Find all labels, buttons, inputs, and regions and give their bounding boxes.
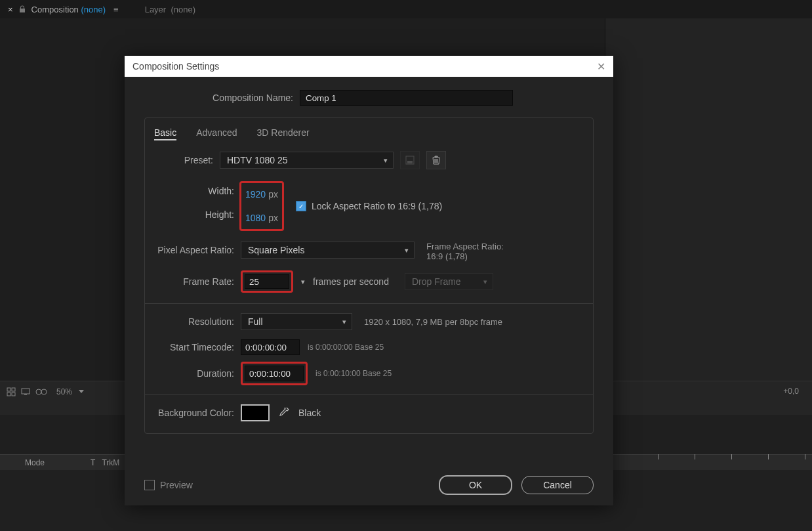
composition-name-label: Composition Name: (144, 93, 300, 103)
pixel-aspect-select[interactable]: Square Pixels ▾ (241, 242, 415, 259)
duration-highlight (241, 362, 308, 385)
svg-point-7 (41, 389, 47, 394)
dialog-titlebar[interactable]: Composition Settings ✕ (125, 56, 613, 77)
composition-tab-label: Composition (31, 5, 79, 14)
height-input[interactable]: 1080 (245, 213, 266, 223)
chevron-down-icon: ▾ (384, 156, 388, 165)
frame-aspect-info: Frame Aspect Ratio: 16:9 (1,78) (426, 242, 504, 261)
preset-label: Preset: (154, 155, 220, 165)
start-timecode-info: is 0:00:00:00 Base 25 (308, 343, 384, 352)
zoom-percent[interactable]: 50% (56, 387, 72, 396)
resolution-info: 1920 x 1080, 7,9 MB per 8bpc frame (364, 317, 502, 327)
height-unit: px (268, 213, 278, 223)
resolution-value: Full (248, 316, 263, 327)
right-panel (605, 18, 812, 386)
offset-value[interactable]: +0,0 (783, 387, 799, 396)
eyedropper-icon[interactable] (279, 408, 289, 418)
width-label: Width: (154, 182, 234, 200)
resolution-label: Resolution: (154, 316, 241, 327)
preset-value: HDTV 1080 25 (227, 155, 288, 165)
resolution-select[interactable]: Full ▾ (241, 313, 352, 330)
preset-select[interactable]: HDTV 1080 25 ▾ (220, 152, 394, 169)
grid-icon[interactable] (7, 387, 16, 396)
close-panel-icon[interactable]: × (8, 5, 13, 14)
tab-advanced[interactable]: Advanced (196, 127, 237, 140)
chevron-down-icon: ▾ (483, 278, 487, 286)
pixel-aspect-value: Square Pixels (248, 245, 304, 255)
delete-preset-button[interactable] (426, 151, 446, 169)
frame-rate-input[interactable] (245, 274, 289, 289)
settings-tab-container: Basic Advanced 3D Renderer Preset: HDTV … (144, 117, 594, 434)
fps-label: frames per second (313, 276, 389, 287)
composition-settings-dialog: Composition Settings ✕ Composition Name:… (125, 56, 613, 505)
divider (145, 303, 593, 304)
lock-icon[interactable] (18, 5, 26, 13)
dialog-title: Composition Settings (132, 61, 597, 72)
dimensions-highlight: 1920px 1080px (239, 181, 284, 231)
width-unit: px (268, 189, 278, 200)
svg-rect-1 (12, 388, 15, 391)
tab-basic[interactable]: Basic (154, 127, 176, 140)
column-t[interactable]: T (91, 458, 95, 467)
svg-rect-3 (12, 393, 15, 396)
background-color-name: Black (298, 408, 321, 418)
height-label: Height: (154, 206, 234, 223)
start-timecode-input[interactable] (241, 339, 300, 355)
cancel-button[interactable]: Cancel (521, 476, 594, 494)
svg-rect-2 (7, 393, 10, 396)
pixel-aspect-label: Pixel Aspect Ratio: (154, 242, 241, 259)
timeline-ruler (658, 454, 812, 470)
chevron-down-icon: ▾ (405, 246, 409, 255)
start-timecode-label: Start Timecode: (154, 342, 241, 352)
frame-rate-label: Frame Rate: (154, 276, 241, 287)
chevron-down-icon: ▾ (342, 318, 346, 326)
composition-none-link[interactable]: (none) (81, 5, 106, 14)
ok-button[interactable]: OK (439, 475, 512, 495)
composition-name-input[interactable] (300, 90, 513, 106)
svg-rect-5 (24, 394, 27, 395)
duration-info: is 0:00:10:00 Base 25 (315, 369, 392, 378)
frame-rate-highlight (241, 270, 293, 293)
panel-tab-bar: × Composition (none) ≡ Layer (none) (0, 0, 812, 18)
divider (145, 394, 593, 395)
width-input[interactable]: 1920 (245, 189, 266, 200)
column-trkm[interactable]: TrkM (102, 458, 119, 467)
preview-checkbox[interactable] (144, 480, 155, 490)
chevron-down-icon[interactable]: ▾ (301, 278, 305, 286)
svg-rect-4 (22, 389, 30, 394)
background-color-swatch[interactable] (241, 404, 270, 421)
background-color-label: Background Color: (154, 408, 241, 418)
close-icon[interactable]: ✕ (597, 60, 605, 73)
preview-label: Preview (160, 480, 193, 490)
chevron-down-icon[interactable] (79, 390, 84, 394)
save-preset-button[interactable] (400, 151, 420, 169)
tab-3d-renderer[interactable]: 3D Renderer (257, 127, 310, 140)
svg-point-6 (36, 389, 41, 394)
monitor-icon[interactable] (21, 388, 30, 396)
lock-aspect-label: Lock Aspect Ratio to 16:9 (1,78) (312, 201, 442, 211)
lock-aspect-checkbox[interactable]: ✓ (296, 201, 306, 211)
mask-icon[interactable] (35, 388, 47, 396)
duration-label: Duration: (154, 368, 241, 379)
panel-menu-icon[interactable]: ≡ (113, 5, 119, 14)
svg-rect-0 (7, 388, 10, 391)
tab-bar: Basic Advanced 3D Renderer (154, 127, 584, 140)
duration-input[interactable] (245, 366, 304, 381)
layer-tab-label: Layer (none) (145, 5, 195, 14)
drop-frame-value: Drop Frame (412, 276, 461, 287)
drop-frame-select: Drop Frame ▾ (405, 273, 493, 290)
column-mode[interactable]: Mode (25, 458, 45, 467)
svg-rect-9 (407, 161, 413, 163)
